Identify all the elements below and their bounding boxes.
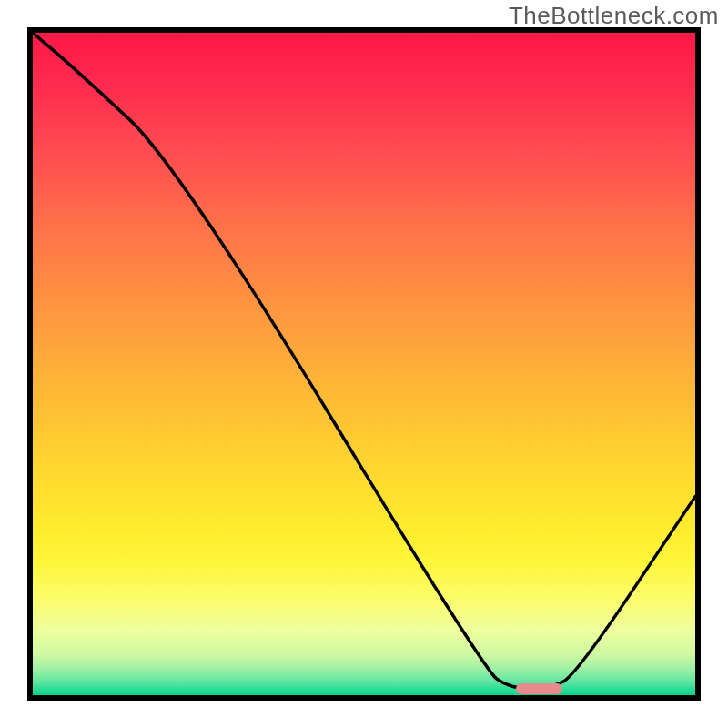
optimal-range-marker — [516, 683, 562, 694]
bottleneck-curve — [33, 33, 695, 695]
watermark-text: TheBottleneck.com — [509, 2, 719, 30]
plot-area — [27, 27, 701, 701]
chart-frame: TheBottleneck.com — [0, 0, 728, 728]
